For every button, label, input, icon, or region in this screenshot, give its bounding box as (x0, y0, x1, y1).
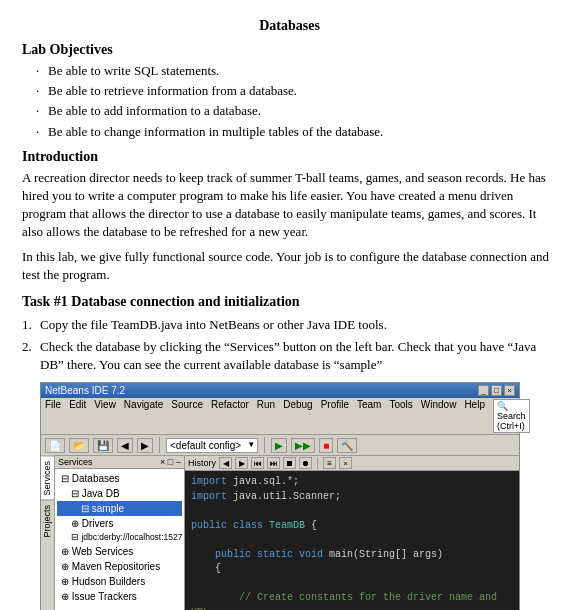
inner-main: Services × □ − ⊟ Databases ⊟ Java DB ⊟ s… (55, 456, 519, 610)
editor-header: History ◀ ▶ ⏮ ⏭ ⏹ ⏺ ≡ × (185, 456, 519, 471)
lab-objective-item-3: Be able to add information to a database… (36, 102, 557, 120)
page-title: Databases (22, 18, 557, 34)
run-button[interactable]: ▶ (271, 438, 287, 453)
tree-hudson[interactable]: ⊕ Hudson Builders (57, 574, 182, 589)
search-box[interactable]: 🔍 Search (Ctrl+I) (493, 399, 530, 433)
introduction-para1: A recreation director needs to keep trac… (22, 169, 557, 242)
tree-issue[interactable]: ⊕ Issue Trackers (57, 589, 182, 604)
menu-refactor[interactable]: Refactor (211, 399, 249, 433)
introduction-para2: In this lab, we give fully functional so… (22, 248, 557, 284)
open-button[interactable]: 📂 (69, 438, 89, 453)
task1-step2: 2. Check the database by clicking the “S… (22, 338, 557, 374)
step1-num: 1. (22, 316, 40, 334)
lab-objectives-heading: Lab Objectives (22, 42, 557, 58)
main-area: Services Projects Services × □ − ⊟ Datab… (41, 456, 519, 610)
titlebar-text: NetBeans IDE 7.2 (45, 385, 125, 396)
menu-edit[interactable]: Edit (69, 399, 86, 433)
menu-source[interactable]: Source (171, 399, 203, 433)
tree-web-services[interactable]: ⊕ Web Services (57, 544, 182, 559)
stop-button[interactable]: ■ (319, 438, 333, 453)
config-dropdown[interactable]: <default config> ▼ (166, 438, 258, 453)
code-editor: History ◀ ▶ ⏮ ⏭ ⏹ ⏺ ≡ × import java.sql.… (185, 456, 519, 610)
toolbar: 📄 📂 💾 ◀ ▶ <default config> ▼ ▶ ▶▶ ■ 🔨 (41, 435, 519, 456)
editor-btn1[interactable]: ◀ (219, 457, 232, 469)
lab-objective-item-1: Be able to write SQL statements. (36, 62, 557, 80)
panel-controls: × □ − (160, 457, 181, 467)
left-panel-header: Services × □ − (55, 456, 184, 469)
titlebar-buttons: _ □ × (478, 385, 515, 396)
editor-btn6[interactable]: ⏺ (299, 457, 312, 469)
history-label: History (188, 458, 216, 468)
editor-btn7[interactable]: ≡ (323, 457, 336, 469)
toolbar-sep1 (159, 437, 160, 453)
config-label: <default config> (170, 440, 241, 451)
save-button[interactable]: 💾 (93, 438, 113, 453)
toolbar-sep2 (264, 437, 265, 453)
close-button[interactable]: × (504, 385, 515, 396)
menu-profile[interactable]: Profile (321, 399, 349, 433)
projects-tab[interactable]: Projects (41, 500, 54, 542)
maximize-button[interactable]: □ (491, 385, 502, 396)
task1-steps-list: 1. Copy the file TeamDB.java into NetBea… (22, 316, 557, 375)
menu-file[interactable]: File (45, 399, 61, 433)
close-panel-btn[interactable]: × (339, 457, 352, 469)
step1-text: Copy the file TeamDB.java into NetBeans … (40, 316, 387, 334)
editor-btn5[interactable]: ⏹ (283, 457, 296, 469)
build-button[interactable]: 🔨 (337, 438, 357, 453)
menu-tools[interactable]: Tools (389, 399, 412, 433)
editor-btn3[interactable]: ⏮ (251, 457, 264, 469)
tree-databases[interactable]: ⊟ Databases (57, 471, 182, 486)
config-arrow: ▼ (247, 440, 255, 449)
services-label: Services (58, 457, 93, 467)
tree-java-db[interactable]: ⊟ Java DB (57, 486, 182, 501)
task1-step1: 1. Copy the file TeamDB.java into NetBea… (22, 316, 557, 334)
header-sep (317, 457, 318, 469)
code-content[interactable]: import java.sql.*; import java.util.Scan… (185, 471, 519, 610)
side-tabs: Services Projects (41, 456, 55, 610)
tree-maven[interactable]: ⊕ Maven Repositories (57, 559, 182, 574)
menu-help[interactable]: Help (464, 399, 485, 433)
menu-debug[interactable]: Debug (283, 399, 312, 433)
menubar: File Edit View Navigate Source Refactor … (41, 398, 519, 435)
menu-navigate[interactable]: Navigate (124, 399, 163, 433)
services-tab[interactable]: Services (41, 456, 54, 500)
editor-btn2[interactable]: ▶ (235, 457, 248, 469)
titlebar: NetBeans IDE 7.2 _ □ × (41, 383, 519, 398)
debug-run-button[interactable]: ▶▶ (291, 438, 315, 453)
step2-text: Check the database by clicking the “Serv… (40, 338, 557, 374)
forward-button[interactable]: ▶ (137, 438, 153, 453)
menu-team[interactable]: Team (357, 399, 381, 433)
new-button[interactable]: 📄 (45, 438, 65, 453)
introduction-heading: Introduction (22, 149, 557, 165)
tree-drivers[interactable]: ⊕ Drivers (57, 516, 182, 531)
netbeans-screenshot: NetBeans IDE 7.2 _ □ × File Edit View Na… (40, 382, 520, 610)
file-tree: ⊟ Databases ⊟ Java DB ⊟ sample ⊕ Drivers… (55, 469, 184, 606)
tree-jdbc[interactable]: ⊟ jdbc:derby://localhost:1527/sample [ap… (57, 531, 182, 544)
back-button[interactable]: ◀ (117, 438, 133, 453)
left-panel: Services × □ − ⊟ Databases ⊟ Java DB ⊟ s… (55, 456, 185, 610)
step2-num: 2. (22, 338, 40, 374)
lab-objectives-list: Be able to write SQL statements. Be able… (22, 62, 557, 141)
minimize-button[interactable]: _ (478, 385, 489, 396)
lab-objective-item-4: Be able to change information in multipl… (36, 123, 557, 141)
tree-sample[interactable]: ⊟ sample (57, 501, 182, 516)
menu-run[interactable]: Run (257, 399, 275, 433)
lab-objective-item-2: Be able to retrieve information from a d… (36, 82, 557, 100)
menu-view[interactable]: View (94, 399, 116, 433)
menu-window[interactable]: Window (421, 399, 457, 433)
task1-heading: Task #1 Database connection and initiali… (22, 294, 557, 310)
editor-btn4[interactable]: ⏭ (267, 457, 280, 469)
